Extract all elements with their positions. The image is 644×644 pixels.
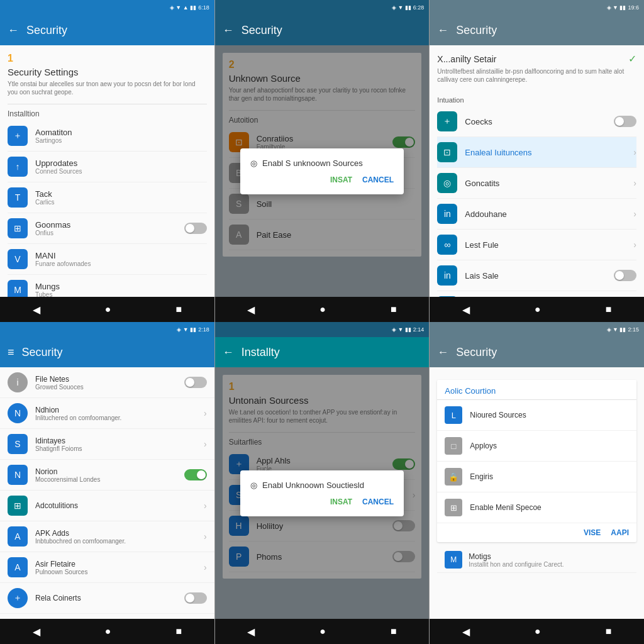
sidebar-item-4-2[interactable]: N Ndhion Inlituchered on comfoomanger. › [0, 398, 214, 429]
content-1: 1 Security Settings Ytle onstai bur alec… [0, 45, 214, 297]
nav-back-3[interactable]: ◀ [462, 304, 470, 316]
item-icon-3-2: ⊡ [437, 142, 457, 162]
back-icon-1[interactable]: ← [8, 24, 19, 37]
list-item-1-6[interactable]: M Mungs Tubes [8, 275, 207, 297]
list-item-3-3[interactable]: ◎ Goncatits › [437, 168, 636, 199]
nav-recent-4[interactable]: ■ [175, 626, 182, 637]
list-item-3-7[interactable]: in Talie Corhecs [437, 291, 636, 297]
app-bar-1: ← Security [0, 15, 214, 45]
x-section-title: X...anilty Setair ✓ [437, 53, 636, 65]
list-item-1-3[interactable]: T Tack Carlics [8, 182, 207, 213]
item-icon-3-4: in [437, 204, 457, 224]
nav-bar-6: ◀ ● ■ [430, 619, 644, 644]
list-item-1-4[interactable]: ⊞ Goonmas Onfius [8, 213, 207, 244]
app-bar-3: ← Security [430, 15, 644, 45]
dialog-install-5[interactable]: INSAT [330, 497, 352, 506]
content-5: 1 Untonain Sourcess We t.anel os oocetio… [215, 367, 430, 619]
nav-back-6[interactable]: ◀ [462, 626, 470, 638]
panel-top-right: ◈ ▼ ▮▮ 19:6 ← Security X...anilty Setair… [430, 0, 644, 322]
list-item-1-2[interactable]: ↑ Upprodates Conned Sources [8, 152, 207, 182]
sidebar-item-4-9[interactable]: L Ligh API Initc efoped on comfoomanger.… [0, 614, 214, 619]
app-bar-5: ← Installty [215, 337, 430, 367]
back-icon-2[interactable]: ← [223, 24, 234, 37]
nav-home-5[interactable]: ● [319, 626, 326, 637]
time-2: 6:28 [413, 4, 425, 11]
sidebar-icon-4-5: ⊞ [8, 496, 28, 516]
list-item-3-5[interactable]: ∞ Lest Fule › [437, 230, 636, 260]
dialog-cancel-2[interactable]: CANCEL [362, 175, 394, 184]
dialog-icon-5: ◎ [250, 480, 257, 490]
dialog-cancel-5[interactable]: CANCEL [362, 497, 394, 506]
nav-home-1[interactable]: ● [105, 304, 111, 315]
nav-back-2[interactable]: ◀ [247, 304, 255, 316]
back-icon-5[interactable]: ← [223, 346, 234, 359]
action-btn-vise[interactable]: VISE [584, 528, 601, 537]
panel-top-left: ◈ ▼ ▲ ▮▮ 6:18 ← Security 1 Security Sett… [0, 0, 215, 322]
app-bar-2: ← Security [215, 15, 430, 45]
chevron-3-2: › [633, 147, 636, 157]
list-item-1-1[interactable]: ＋ Aomatiton Sartingos [8, 121, 207, 152]
dialog-install-2[interactable]: INSAT [330, 175, 352, 184]
toggle-4-4[interactable] [184, 469, 207, 480]
dialog-5: ◎ Enabl Unknoown Souctiesld INSAT CANCEL [240, 470, 404, 516]
list-item-1-5[interactable]: V MANI Funare aofownades [8, 244, 207, 275]
intuation-label: Intuation [437, 91, 636, 106]
nav-back-4[interactable]: ◀ [33, 626, 40, 638]
sidebar-item-4-7[interactable]: A Asir Fletaire Pulnoown Sources › [0, 552, 214, 583]
app-bar-6: ← Security [430, 337, 644, 367]
nav-back-1[interactable]: ◀ [33, 304, 40, 316]
action-section-title-6: Aolic Courtion [437, 380, 636, 400]
sidebar-item-4-3[interactable]: S Idintayes Shatignfl Foioms › [0, 429, 214, 460]
action-item-6-4[interactable]: ⊞ Enable Menil Specoe [437, 492, 636, 523]
sidebar-item-4-8[interactable]: ＋ Rela Coinerts [0, 583, 214, 614]
nav-bar-4: ◀ ● ■ [0, 619, 214, 644]
list-item-3-1[interactable]: ＋ Coecks [437, 106, 636, 137]
content-6: Aolic Courtion L Nioured Sources □ Applo… [430, 367, 644, 619]
action-icon-6-1: L [445, 406, 462, 424]
back-icon-3[interactable]: ← [437, 24, 448, 37]
nav-recent-3[interactable]: ■ [606, 304, 612, 315]
action-icon-6-2: □ [445, 437, 462, 455]
nav-back-5[interactable]: ◀ [247, 626, 255, 638]
toggle-1-4[interactable] [184, 223, 207, 234]
panel-bottom-right: ◈ ▼ ▮▮ 2:15 ← Security Aolic Courtion L … [430, 322, 644, 644]
nav-home-6[interactable]: ● [535, 626, 541, 637]
toggle-3-1[interactable] [614, 116, 636, 127]
sidebar-item-4-5[interactable]: ⊞ Adcotulitions › [0, 491, 214, 521]
nav-recent-1[interactable]: ■ [175, 304, 182, 315]
item-icon-3-6: in [437, 265, 457, 286]
action-btn-aapi[interactable]: AAPI [611, 528, 629, 537]
action-item-6-3[interactable]: 🔒 Engiris [437, 462, 636, 492]
action-item-6-1[interactable]: L Nioured Sources [437, 400, 636, 431]
back-icon-6[interactable]: ← [437, 346, 448, 359]
nav-recent-2[interactable]: ■ [391, 304, 397, 315]
nav-home-2[interactable]: ● [319, 304, 326, 315]
sidebar-item-4-6[interactable]: A APK Adds Inbtubochred on comfoomanger.… [0, 521, 214, 552]
nav-home-3[interactable]: ● [535, 304, 541, 315]
toggle-4-8[interactable] [184, 592, 207, 604]
section-desc-1: Ytle onstai bur alecelles sur tnon aew y… [8, 80, 207, 96]
compact-item-6-1[interactable]: M Motigs Installit hon and configuire Ca… [437, 547, 636, 573]
nav-recent-6[interactable]: ■ [606, 626, 612, 637]
hamburger-icon-4[interactable]: ≡ [8, 346, 14, 359]
panel-top-center: ◈ ▼ ▮▮ 6:28 ← Security 2 Unknown Source … [215, 0, 430, 322]
chevron-4-2: › [204, 408, 207, 418]
time-4: 2:18 [198, 326, 209, 333]
item-icon-3-5: ∞ [437, 235, 457, 255]
toggle-4-1[interactable] [184, 377, 207, 388]
list-item-3-2[interactable]: ⊡ Enaleal Iuituncens › [437, 137, 636, 168]
toggle-3-6[interactable] [614, 270, 636, 281]
list-item-3-6[interactable]: in Lais Sale [437, 260, 636, 291]
sidebar-icon-4-3: S [8, 434, 28, 454]
chevron-3-4: › [633, 209, 636, 219]
nav-bar-5: ◀ ● ■ [215, 619, 430, 644]
sidebar-icon-4-8: ＋ [8, 588, 28, 608]
nav-home-4[interactable]: ● [105, 626, 111, 637]
action-item-6-2[interactable]: □ Apploys [437, 431, 636, 462]
item-icon-3-7: in [437, 296, 457, 297]
list-item-3-4[interactable]: in Addouhane › [437, 199, 636, 230]
content-3: X...anilty Setair ✓ Untrolltefbest alins… [430, 45, 644, 297]
nav-recent-5[interactable]: ■ [391, 626, 397, 637]
sidebar-item-4-1[interactable]: i File Netes Growed Souoces [0, 367, 214, 398]
sidebar-item-4-4[interactable]: N Norion Mocoorensimal Londes [0, 460, 214, 491]
